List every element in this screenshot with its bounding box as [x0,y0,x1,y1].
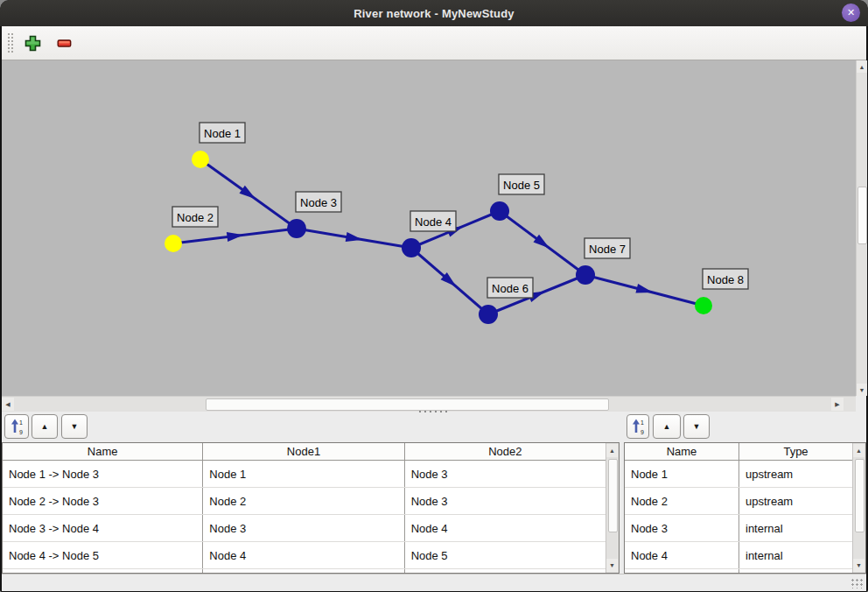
svg-text:1: 1 [640,419,644,426]
reach-table-header-row: NameNode1Node2 [3,443,606,461]
reach-table-cell[interactable]: Node 4 [203,542,404,568]
scroll-up-arrow-icon[interactable]: ▲ [606,444,618,457]
window-resize-grip[interactable] [850,578,863,588]
minus-icon [56,35,73,52]
node-label: Node 1 [204,127,241,140]
up-triangle-icon: ▲ [41,422,49,431]
pane-splitter-handle[interactable] [417,410,451,413]
reach-table-cell[interactable]: Node 1 -> Node 3 [3,461,203,487]
node-label: Node 5 [503,179,540,192]
toolbar-drag-handle[interactable] [7,32,13,53]
scroll-down-arrow-icon[interactable]: ▼ [857,384,867,396]
reach-table-cell[interactable]: Node 1 [203,461,404,487]
reach-table-cell[interactable]: Node 2 -> Node 3 [3,488,203,514]
flow-arrow-icon [227,232,244,242]
canvas-hscroll-thumb[interactable] [206,398,609,411]
reach-table-cell[interactable]: Node 3 [405,461,606,487]
status-bar [2,574,866,591]
node-node-5[interactable] [490,201,509,221]
up-triangle-icon: ▲ [663,422,671,431]
reach-table-header-name[interactable]: Name [3,443,203,460]
reach-table-cell[interactable]: Node 3 [203,515,404,541]
node-table-scroll-thumb[interactable] [855,459,864,532]
title-bar[interactable]: River network - MyNewStudy ✕ [0,0,868,26]
sort-numeric-icon: 1 9 [9,418,24,435]
close-icon: ✕ [847,7,855,18]
reach-move-up-button[interactable]: ▲ [32,414,58,439]
reach-table-cell[interactable]: Node 2 [203,488,404,514]
reach-move-down-button[interactable]: ▼ [61,414,88,439]
reach-table-grid: NameNode1Node2Node 1 -> Node 3Node 1Node… [3,443,606,573]
svg-text:9: 9 [19,429,23,435]
node-table-row-3[interactable]: Node 3internal [625,515,853,542]
node-node-2[interactable] [164,235,182,252]
scroll-down-arrow-icon[interactable]: ▼ [606,559,618,572]
reach-table-row-4[interactable]: Node 4 -> Node 5Node 4Node 5 [3,542,606,569]
reach-table-cell[interactable]: Node 3 -> Node 4 [3,515,203,541]
reach-table-cell[interactable]: Node 4 [405,515,606,541]
node-table-cell[interactable]: Node 2 [625,488,739,514]
reach-table-row-3[interactable]: Node 3 -> Node 4Node 3Node 4 [3,515,606,542]
node-table-header-name[interactable]: Name [625,443,739,460]
node-label: Node 6 [492,282,528,295]
node-table-header-type[interactable]: Type [739,443,853,460]
scroll-right-arrow-icon[interactable]: ▶ [831,398,844,411]
svg-text:1: 1 [19,419,23,426]
node-node-3[interactable] [287,219,306,238]
down-triangle-icon: ▼ [693,422,701,431]
toolbar [2,26,866,60]
node-table-cell[interactable]: Node 3 [625,515,739,541]
node-table-grid: NameTypeNode 1upstreamNode 2upstreamNode… [625,443,853,573]
sort-numeric-icon: 1 9 [630,418,646,435]
node-node-6[interactable] [479,305,498,324]
window-title: River network - MyNewStudy [354,7,514,20]
reach-table-header-node1[interactable]: Node1 [203,443,404,460]
reach-table-sort-button[interactable]: 1 9 [4,414,29,439]
reach-table-cell[interactable]: Node 4 -> Node 5 [3,542,203,568]
node-label: Node 7 [589,243,626,256]
add-node-button[interactable] [20,31,45,55]
reach-table-cell[interactable]: Node 5 [405,542,606,568]
reach-table-header-node2[interactable]: Node2 [405,443,606,460]
scroll-left-arrow-icon[interactable]: ◀ [2,398,14,411]
node-table-cell[interactable]: upstream [739,488,853,514]
reach-table-cell[interactable]: Node 3 [405,488,606,514]
reach-table-row-2[interactable]: Node 2 -> Node 3Node 2Node 3 [3,488,606,515]
node-table-row-2[interactable]: Node 2upstream [625,488,853,515]
reach-table: NameNode1Node2Node 1 -> Node 3Node 1Node… [2,442,620,574]
node-table-cell[interactable]: internal [739,515,853,541]
river-network-graph: Node 1Node 2Node 3Node 4Node 5Node 6Node… [2,60,856,396]
scroll-down-arrow-icon[interactable]: ▼ [853,559,864,572]
node-label: Node 3 [300,196,337,209]
node-table: NameTypeNode 1upstreamNode 2upstreamNode… [624,442,866,574]
node-node-7[interactable] [576,265,595,285]
node-move-up-button[interactable]: ▲ [653,414,681,439]
reach-table-row-1[interactable]: Node 1 -> Node 3Node 1Node 3 [3,461,606,488]
reach-table-scrollbar[interactable]: ▲ ▼ [606,443,619,573]
flow-arrow-icon [635,284,653,293]
scroll-up-arrow-icon[interactable]: ▲ [857,60,867,73]
node-table-cell[interactable]: upstream [739,461,853,487]
remove-node-button[interactable] [52,31,76,55]
canvas-vscroll-thumb[interactable] [858,187,867,244]
reach-table-scroll-thumb[interactable] [608,459,618,532]
node-table-row-4[interactable]: Node 4internal [625,542,853,569]
close-button[interactable]: ✕ [842,4,860,22]
node-table-cell[interactable]: internal [739,542,853,568]
node-table-sort-button[interactable]: 1 9 [626,414,649,439]
node-table-row-1[interactable]: Node 1upstream [625,461,853,488]
node-table-header-row: NameType [625,443,853,461]
node-move-down-button[interactable]: ▼ [683,414,710,439]
node-table-cell[interactable]: Node 4 [625,542,739,568]
node-node-4[interactable] [402,238,421,257]
node-label: Node 4 [415,215,452,229]
scroll-up-arrow-icon[interactable]: ▲ [853,444,864,457]
canvas-vertical-scrollbar[interactable]: ▲ ▼ [856,60,867,396]
node-label: Node 8 [707,273,744,286]
node-node-1[interactable] [192,151,209,168]
node-table-cell[interactable]: Node 1 [625,461,739,487]
river-network-canvas[interactable]: Node 1Node 2Node 3Node 4Node 5Node 6Node… [2,60,856,396]
node-table-scrollbar[interactable]: ▲ ▼ [852,443,865,573]
down-triangle-icon: ▼ [71,422,79,431]
node-node-8[interactable] [695,297,712,314]
